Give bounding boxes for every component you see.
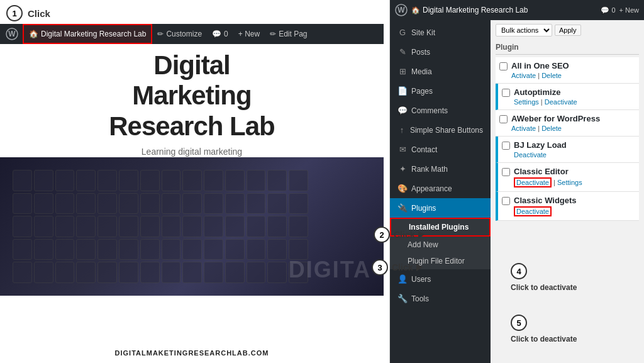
apply-button[interactable]: Apply	[555, 25, 581, 36]
plugin-list: Bulk actions Apply Plugin All in One SEO…	[491, 20, 644, 363]
sidebar-item-rankmath[interactable]: ✦ Rank Math	[390, 159, 491, 179]
settings-autoptimize[interactable]: Settings	[514, 98, 539, 106]
top-bar-site[interactable]: 🏠 Digital Marketing Research Lab	[411, 6, 528, 14]
step4-label: Click to deactivate	[511, 283, 577, 292]
users-icon: 👤	[397, 274, 408, 284]
plugin-info-autoptimize: Autoptimize Settings | Deactivate	[514, 87, 635, 106]
footer-domain: DIGITALMAKETINGRESEARCHLAB.COM	[0, 349, 384, 357]
plugin-checkbox-aweber[interactable]	[499, 115, 508, 123]
top-bar-new[interactable]: + New	[619, 6, 640, 14]
deactivate-classic-editor[interactable]: Deactivate	[514, 177, 552, 187]
plugin-row-classic-widgets: Classic Widgets Deactivate	[496, 192, 639, 221]
sidebar-item-simpleshare[interactable]: ↑ Simple Share Buttons	[390, 120, 491, 140]
sidebar-item-label: Contact	[411, 145, 437, 154]
tools-icon: 🔧	[397, 294, 408, 303]
media-icon: ⊞	[397, 67, 408, 76]
plugin-actions-classic-widgets: Deactivate	[514, 206, 635, 216]
plugin-checkbox-classic-editor[interactable]	[502, 168, 510, 176]
sitekit-icon: G	[397, 28, 408, 37]
home-icon-left: 🏠	[29, 30, 38, 38]
plugin-info-aweber: AWeber for WordPress Activate | Delete	[511, 114, 635, 132]
plugin-checkbox-allinone[interactable]	[499, 62, 508, 70]
admin-bar-customize[interactable]: ✏ Customize	[152, 24, 207, 44]
deactivate-autoptimize[interactable]: Deactivate	[545, 98, 577, 106]
plugin-checkbox-classic-widgets[interactable]	[502, 197, 510, 205]
sidebar-item-label: Site Kit	[411, 28, 435, 37]
plugin-row-autoptimize: Autoptimize Settings | Deactivate	[496, 84, 639, 110]
sidebar-item-posts[interactable]: ✎ Posts	[390, 42, 491, 62]
step4-circle: 4	[511, 263, 527, 279]
step3-annotation: 3 Click	[372, 259, 423, 276]
plugin-name-classic-editor: Classic Editor	[514, 167, 635, 176]
sidebar-item-label: Simple Share Buttons	[410, 126, 483, 135]
plugin-actions-aweber: Activate | Delete	[511, 125, 635, 132]
delete-aweber[interactable]: Delete	[541, 125, 562, 132]
plugin-actions-bjlazy: Deactivate	[514, 151, 635, 159]
sidebar-item-label: Pages	[411, 87, 433, 96]
activate-aweber[interactable]: Activate	[511, 125, 536, 132]
plugin-name-autoptimize: Autoptimize	[514, 87, 635, 97]
bulk-actions-bar: Bulk actions Apply	[496, 24, 639, 36]
admin-bar-edit-page[interactable]: ✏ Edit Pag	[265, 24, 312, 44]
wp-sidebar: G Site Kit ✎ Posts ⊞ Media 📄 Pages 💬 Com…	[390, 20, 491, 363]
plugin-info-bjlazy: BJ Lazy Load Deactivate	[514, 140, 635, 159]
sidebar-item-comments[interactable]: 💬 Comments	[390, 101, 491, 120]
sidebar-item-label: Plugins	[411, 204, 436, 213]
step4-annotation: 4 Click to deactivate	[511, 263, 577, 292]
settings-classic-editor[interactable]: Settings	[557, 179, 582, 186]
plugin-row-aweber: AWeber for WordPress Activate | Delete	[496, 110, 639, 137]
site-tagline: Learning digital marketing	[0, 147, 384, 157]
posts-icon: ✎	[397, 47, 408, 57]
plugin-checkbox-bjlazy[interactable]	[502, 142, 510, 150]
plugin-col-header: Plugin	[496, 40, 639, 55]
simpleshare-icon: ↑	[397, 125, 406, 135]
step3-circle: 3	[372, 259, 388, 276]
sidebar-item-sitekit[interactable]: G Site Kit	[390, 23, 491, 42]
wp-top-bar-right: W 🏠 Digital Marketing Research Lab 💬 0 +…	[390, 0, 644, 20]
sidebar-item-label: Media	[411, 67, 432, 76]
step2-label: Click	[394, 230, 414, 240]
hero-image: DIGITA	[0, 157, 384, 296]
wp-logo-svg: W	[6, 28, 18, 40]
step1-circle: 1	[6, 5, 23, 21]
activate-allinone[interactable]: Activate	[511, 72, 536, 79]
hero-text: DIGITA	[289, 257, 371, 283]
step3-label: Click	[392, 262, 413, 272]
sidebar-item-appearance[interactable]: 🎨 Appearance	[390, 179, 491, 198]
wp-admin-bar-left: W 🏠 Digital Marketing Research Lab ✏ Cus…	[0, 24, 384, 44]
admin-bar-new[interactable]: + New	[233, 24, 265, 44]
plugin-info-allinone: All in One SEO Activate | Delete	[511, 61, 635, 79]
plugin-actions-autoptimize: Settings | Deactivate	[514, 98, 635, 106]
bulk-actions-select[interactable]: Bulk actions	[496, 24, 552, 36]
admin-bar-comments[interactable]: 💬 0	[207, 24, 233, 44]
plugin-checkbox-autoptimize[interactable]	[502, 89, 510, 97]
sidebar-item-contact[interactable]: ✉ Contact	[390, 140, 491, 159]
plugin-actions-classic-editor: Deactivate | Settings	[514, 177, 635, 187]
contact-icon: ✉	[397, 145, 408, 154]
admin-bar-site-name: Digital Marketing Research Lab	[41, 30, 146, 38]
sidebar-item-pages[interactable]: 📄 Pages	[390, 81, 491, 101]
plugin-info-classic-editor: Classic Editor Deactivate | Settings	[514, 167, 635, 187]
comments-icon: 💬	[397, 106, 408, 115]
plugin-actions-allinone: Activate | Delete	[511, 72, 635, 79]
deactivate-classic-widgets[interactable]: Deactivate	[514, 206, 552, 216]
admin-content: G Site Kit ✎ Posts ⊞ Media 📄 Pages 💬 Com…	[390, 20, 644, 363]
step2-annotation: 2 Click	[374, 226, 425, 243]
plugin-info-classic-widgets: Classic Widgets Deactivate	[514, 196, 635, 216]
deactivate-bjlazy[interactable]: Deactivate	[514, 151, 547, 159]
plugin-name-bjlazy: BJ Lazy Load	[514, 140, 635, 150]
sidebar-item-tools[interactable]: 🔧 Tools	[390, 289, 491, 308]
sidebar-item-media[interactable]: ⊞ Media	[390, 62, 491, 81]
admin-bar-site-link[interactable]: 🏠 Digital Marketing Research Lab	[23, 24, 152, 44]
delete-allinone[interactable]: Delete	[541, 72, 562, 79]
top-bar-comments[interactable]: 💬 0	[601, 6, 615, 14]
top-bar-site-name: Digital Marketing Research Lab	[423, 6, 528, 14]
step3-arrow	[416, 264, 423, 271]
step5-annotation: 5 Click to deactivate	[511, 315, 577, 343]
wp-logo-top-right: W	[395, 4, 408, 16]
pages-icon: 📄	[397, 86, 408, 96]
plugins-icon: 🔌	[397, 203, 408, 213]
step1-annotation: 1 Click	[6, 5, 50, 21]
plugin-name-classic-widgets: Classic Widgets	[514, 196, 635, 205]
sidebar-item-plugins[interactable]: 🔌 Plugins	[390, 198, 491, 218]
